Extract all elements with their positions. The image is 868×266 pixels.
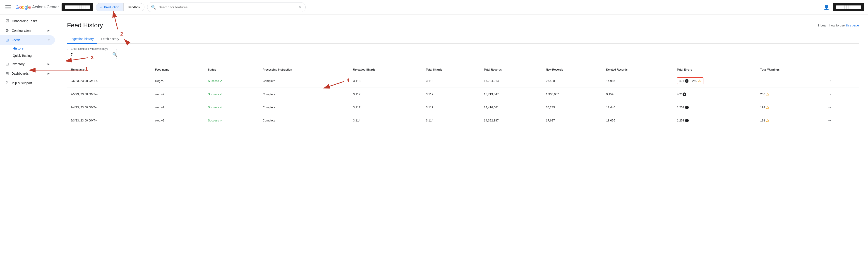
cell-processing: Complete bbox=[259, 114, 349, 127]
cell-feed-name: owg.v2 bbox=[151, 74, 204, 88]
cell-feed-name: owg.v2 bbox=[151, 114, 204, 127]
cell-total-shards: 3,117 bbox=[423, 88, 480, 101]
col-feed-name: Feed name bbox=[151, 65, 204, 74]
col-uploaded-shards: Uploaded Shards bbox=[349, 65, 422, 74]
lookback-input[interactable] bbox=[71, 53, 111, 56]
cell-deleted-records: 9,159 bbox=[603, 88, 673, 101]
sidebar-item-label: Dashboards bbox=[11, 72, 29, 75]
cell-total-records: 15,713,847 bbox=[480, 88, 542, 101]
check-icon: ✓ bbox=[220, 79, 223, 83]
sidebar-item-label: Inventory bbox=[11, 62, 25, 66]
cell-timestamp: 9/5/23, 23:00 GMT-4 bbox=[67, 88, 151, 101]
sidebar-item-quick-testing[interactable]: Quick Testing bbox=[13, 52, 55, 59]
row-arrow-button[interactable]: → bbox=[826, 117, 833, 124]
cell-action: → bbox=[822, 101, 859, 114]
lookback-search-icon[interactable]: 🔍 bbox=[112, 52, 117, 57]
cell-status: Success ✓ bbox=[204, 88, 259, 101]
expand-icon: ▶ bbox=[48, 72, 50, 75]
feed-history-table: Timestamp Feed name Status Processing In… bbox=[67, 65, 859, 127]
col-total-errors: Total Errors bbox=[673, 65, 756, 74]
status-success-icon: Success bbox=[208, 106, 219, 109]
sidebar-item-feeds[interactable]: ⊞ Feeds ▾ bbox=[0, 35, 55, 45]
cell-total-shards: 3,114 bbox=[423, 114, 480, 127]
cell-new-records: 25,428 bbox=[542, 74, 602, 88]
check-icon: ✓ bbox=[220, 92, 223, 96]
collapse-icon: ▾ bbox=[48, 38, 50, 42]
cell-total-errors: 1,258 i bbox=[673, 114, 756, 127]
sidebar-item-history[interactable]: History bbox=[13, 45, 55, 52]
sidebar-item-onboarding[interactable]: ☑ Onboarding Tasks bbox=[0, 16, 55, 26]
cell-total-shards: 3,118 bbox=[423, 74, 480, 88]
lookback-label: Enter lookback window in days bbox=[70, 47, 109, 51]
search-icon: 🔍 bbox=[151, 5, 156, 10]
production-label: Production bbox=[104, 5, 119, 9]
tab-bar: Ingestion history Fetch history bbox=[67, 34, 859, 44]
warning-badge: 191 ⚠ bbox=[760, 118, 769, 123]
table-row: 9/3/23, 23:00 GMT-4owg.v2Success ✓Comple… bbox=[67, 114, 859, 127]
hamburger-icon bbox=[5, 5, 11, 9]
cell-total-records: 14,416,061 bbox=[480, 101, 542, 114]
cell-uploaded-shards: 3,117 bbox=[349, 101, 422, 114]
row-arrow-button[interactable]: → bbox=[826, 91, 833, 98]
col-new-records: New Records bbox=[542, 65, 602, 74]
sidebar-item-label: Onboarding Tasks bbox=[12, 19, 37, 23]
row-arrow-button[interactable]: → bbox=[826, 77, 833, 84]
col-total-shards: Total Shards bbox=[423, 65, 480, 74]
col-actions bbox=[822, 65, 859, 74]
table-body: 9/6/23, 23:00 GMT-4owg.v2Success ✓Comple… bbox=[67, 74, 859, 127]
cell-timestamp: 9/4/23, 23:00 GMT-4 bbox=[67, 101, 151, 114]
cell-total-records: 15,724,213 bbox=[480, 74, 542, 88]
sidebar-item-help[interactable]: ? Help & Support bbox=[0, 78, 55, 88]
cell-status: Success ✓ bbox=[204, 74, 259, 88]
info-icon: i bbox=[685, 79, 688, 83]
logo[interactable]: Google Actions Center bbox=[16, 4, 59, 10]
table-header: Timestamp Feed name Status Processing In… bbox=[67, 65, 859, 74]
error-badge: 402 i bbox=[677, 93, 686, 96]
cell-action: → bbox=[822, 74, 859, 88]
col-processing: Processing Instruction bbox=[259, 65, 349, 74]
check-icon: ✓ bbox=[220, 105, 223, 109]
clear-search-icon[interactable]: ✕ bbox=[299, 5, 302, 9]
history-table: Timestamp Feed name Status Processing In… bbox=[67, 65, 859, 127]
search-input[interactable] bbox=[159, 5, 296, 9]
table-row: 9/4/23, 23:00 GMT-4owg.v2Success ✓Comple… bbox=[67, 101, 859, 114]
info-icon: i bbox=[683, 93, 686, 96]
tab-ingestion-history[interactable]: Ingestion history bbox=[67, 34, 97, 43]
sandbox-env-button[interactable]: Sandbox bbox=[124, 3, 144, 11]
col-total-records: Total Records bbox=[480, 65, 542, 74]
help-this-page-link[interactable]: this page bbox=[846, 24, 859, 27]
hamburger-menu[interactable] bbox=[4, 4, 13, 11]
cell-uploaded-shards: 3,114 bbox=[349, 114, 422, 127]
account-pill-left: ████████████ bbox=[62, 3, 93, 11]
sidebar-item-label: Feeds bbox=[11, 38, 20, 42]
sidebar-item-configuration[interactable]: ⚙ Configuration ▶ bbox=[0, 26, 55, 35]
check-icon: ✓ bbox=[100, 5, 103, 9]
help-icon: ? bbox=[5, 80, 8, 85]
tab-fetch-history[interactable]: Fetch history bbox=[97, 34, 123, 43]
expand-icon: ▶ bbox=[48, 29, 50, 32]
account-circle-button[interactable]: 👤 bbox=[822, 3, 831, 12]
configuration-icon: ⚙ bbox=[5, 28, 9, 33]
cell-status: Success ✓ bbox=[204, 114, 259, 127]
sidebar-item-label: Configuration bbox=[12, 29, 31, 32]
sidebar-item-label: Help & Support bbox=[10, 81, 32, 85]
info-icon: i bbox=[685, 119, 689, 122]
cell-total-errors: 1,257 i bbox=[673, 101, 756, 114]
cell-processing: Complete bbox=[259, 88, 349, 101]
sidebar: ☑ Onboarding Tasks ⚙ Configuration ▶ ⊞ F… bbox=[0, 14, 58, 266]
search-bar: 🔍 ✕ bbox=[147, 2, 306, 12]
env-switcher: ✓ Production Sandbox bbox=[96, 3, 145, 11]
row-arrow-button[interactable]: → bbox=[826, 104, 833, 110]
production-env-button[interactable]: ✓ Production bbox=[96, 3, 123, 11]
sidebar-item-dashboards[interactable]: ⊞ Dashboards ▶ bbox=[0, 69, 55, 78]
account-icon: 👤 bbox=[824, 4, 829, 10]
cell-new-records: 1,306,987 bbox=[542, 88, 602, 101]
col-timestamp: Timestamp bbox=[67, 65, 151, 74]
warning-badge: 250 ⚠ bbox=[760, 92, 769, 96]
account-button-right[interactable]: ████████████ bbox=[833, 3, 864, 11]
warning-icon: ⚠ bbox=[698, 79, 701, 83]
sidebar-item-inventory[interactable]: ⊟ Inventory ▶ bbox=[0, 59, 55, 69]
google-wordmark: Google bbox=[16, 4, 31, 10]
dashboards-icon: ⊞ bbox=[5, 71, 9, 76]
cell-deleted-records: 18,055 bbox=[603, 114, 673, 127]
